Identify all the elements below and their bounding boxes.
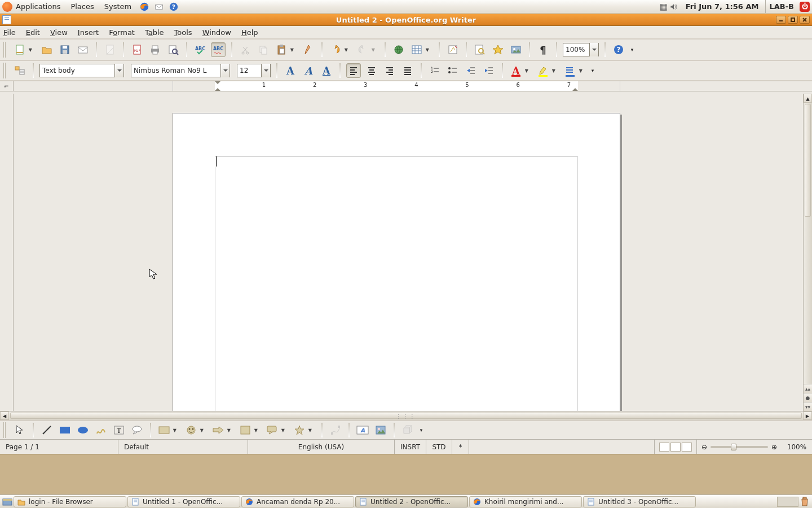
toolbar-overflow[interactable]: ▾ bbox=[590, 63, 595, 78]
single-page-view[interactable] bbox=[659, 443, 669, 452]
toolbar-grip[interactable] bbox=[3, 42, 7, 58]
font-color-button[interactable]: A▼ bbox=[509, 63, 523, 78]
decrease-indent-button[interactable] bbox=[464, 63, 478, 78]
next-page-nav[interactable]: ▾▾ bbox=[804, 402, 812, 411]
styles-button[interactable] bbox=[12, 63, 27, 78]
selection-mode[interactable]: STD bbox=[426, 440, 452, 454]
from-file-button[interactable] bbox=[373, 423, 388, 437]
help-launcher-icon[interactable]: ? bbox=[169, 2, 179, 12]
scroll-thumb-h[interactable]: ⋮⋮⋮ bbox=[10, 413, 802, 419]
highlight-button[interactable]: ▼ bbox=[536, 63, 550, 78]
align-left-button[interactable] bbox=[346, 63, 361, 78]
user-label[interactable]: LAB-B bbox=[765, 0, 797, 13]
zoom-combo[interactable]: 100% bbox=[563, 43, 599, 56]
menu-insert[interactable]: Insert bbox=[78, 28, 99, 37]
maximize-button[interactable] bbox=[788, 16, 798, 24]
new-button[interactable]: ▼ bbox=[12, 42, 27, 57]
fontwork-button[interactable]: A bbox=[355, 423, 370, 437]
callout-tool[interactable] bbox=[130, 423, 144, 437]
freeform-tool[interactable] bbox=[94, 423, 108, 437]
menu-applications[interactable]: Applications bbox=[16, 2, 60, 11]
line-tool[interactable] bbox=[39, 423, 54, 437]
toolbar-grip[interactable] bbox=[3, 63, 7, 78]
page-indicator[interactable]: Page 1 / 1 bbox=[0, 440, 118, 454]
autospellcheck-button[interactable]: ABC bbox=[211, 42, 226, 57]
extrusion-button[interactable] bbox=[400, 423, 415, 437]
nav-object[interactable]: ● bbox=[804, 393, 812, 402]
zoom-percent[interactable]: 100% bbox=[782, 440, 812, 454]
undo-button[interactable]: ▼ bbox=[328, 42, 343, 57]
network-icon[interactable]: ▦ bbox=[659, 2, 669, 12]
minimize-button[interactable] bbox=[776, 16, 786, 24]
copy-button[interactable] bbox=[256, 42, 271, 57]
hyperlink-button[interactable] bbox=[391, 42, 406, 57]
zoom-in-icon[interactable]: ⊕ bbox=[771, 443, 777, 451]
underline-button[interactable]: A bbox=[319, 63, 334, 78]
rectangle-tool[interactable] bbox=[58, 423, 72, 437]
ellipse-tool[interactable] bbox=[76, 423, 90, 437]
print-button[interactable] bbox=[148, 42, 162, 57]
bullets-button[interactable] bbox=[445, 63, 460, 78]
redo-button[interactable]: ▼ bbox=[355, 42, 370, 57]
numbering-button[interactable]: 12 bbox=[427, 63, 442, 78]
align-right-button[interactable] bbox=[382, 63, 397, 78]
document-canvas[interactable] bbox=[14, 94, 803, 411]
align-center-button[interactable] bbox=[364, 63, 379, 78]
workspace-switcher[interactable] bbox=[777, 497, 798, 507]
page[interactable] bbox=[173, 113, 620, 411]
taskbar-item[interactable]: Ancaman denda Rp 20... bbox=[241, 496, 354, 507]
menu-table[interactable]: Table bbox=[145, 28, 164, 37]
horizontal-ruler[interactable]: ⌐ 1 2 3 4 5 6 7 bbox=[0, 81, 812, 91]
taskbar-item[interactable]: Khoiril mengirimi and... bbox=[469, 496, 582, 507]
modified-indicator[interactable]: * bbox=[452, 440, 469, 454]
shutdown-icon[interactable]: ⏻ bbox=[800, 2, 810, 12]
taskbar-item[interactable]: login - File Browser bbox=[14, 496, 126, 507]
mail-button[interactable] bbox=[76, 42, 90, 57]
menu-help[interactable]: Help bbox=[241, 28, 258, 37]
open-button[interactable] bbox=[39, 42, 54, 57]
trash-icon[interactable] bbox=[800, 497, 810, 507]
menu-window[interactable]: Window bbox=[202, 28, 231, 37]
scroll-thumb-v[interactable] bbox=[805, 104, 811, 217]
window-titlebar[interactable]: Untitled 2 - OpenOffice.org Writer bbox=[0, 14, 812, 26]
text-tool[interactable]: T bbox=[112, 423, 126, 437]
nonprinting-button[interactable]: ¶ bbox=[536, 42, 550, 57]
page-style-indicator[interactable]: Default bbox=[118, 440, 248, 454]
menu-places[interactable]: Places bbox=[70, 2, 94, 11]
taskbar-item[interactable]: Untitled 3 - OpenOffic... bbox=[583, 496, 696, 507]
align-justify-button[interactable] bbox=[400, 63, 415, 78]
insert-mode[interactable]: INSRT bbox=[395, 440, 426, 454]
vertical-scrollbar[interactable]: ▴ ▴▴ ● ▾▾ bbox=[803, 94, 812, 411]
volume-icon[interactable] bbox=[669, 2, 679, 12]
callouts-button[interactable]: ▼ bbox=[265, 423, 280, 437]
edit-file-button[interactable] bbox=[103, 42, 117, 57]
menu-file[interactable]: File bbox=[3, 28, 16, 37]
export-pdf-button[interactable]: PDF bbox=[130, 42, 144, 57]
mail-launcher-icon[interactable] bbox=[154, 2, 164, 12]
basic-shapes-button[interactable]: ▼ bbox=[157, 423, 171, 437]
scroll-right-arrow[interactable]: ▸ bbox=[803, 411, 812, 420]
cut-button[interactable] bbox=[238, 42, 253, 57]
points-tool[interactable] bbox=[328, 423, 343, 437]
paragraph-style-combo[interactable]: Text body bbox=[39, 64, 124, 77]
zoom-slider[interactable]: ⊖ ⊕ bbox=[697, 440, 782, 454]
horizontal-scrollbar[interactable]: ◂ ⋮⋮⋮ ▸ bbox=[0, 411, 812, 420]
navigator-button[interactable] bbox=[491, 42, 505, 57]
scroll-left-arrow[interactable]: ◂ bbox=[0, 411, 9, 420]
italic-button[interactable]: A bbox=[301, 63, 316, 78]
help-button[interactable]: ? bbox=[611, 42, 626, 57]
scroll-up-arrow[interactable]: ▴ bbox=[804, 94, 812, 103]
table-button[interactable]: ▼ bbox=[409, 42, 424, 57]
toolbar-overflow[interactable]: ▾ bbox=[629, 42, 635, 57]
block-arrows-button[interactable]: ▼ bbox=[211, 423, 226, 437]
show-draw-button[interactable] bbox=[445, 42, 460, 57]
increase-indent-button[interactable] bbox=[482, 63, 496, 78]
preview-button[interactable] bbox=[166, 42, 180, 57]
flowchart-button[interactable]: ▼ bbox=[238, 423, 253, 437]
find-button[interactable] bbox=[473, 42, 487, 57]
language-indicator[interactable]: English (USA) bbox=[248, 440, 395, 454]
zoom-out-icon[interactable]: ⊖ bbox=[701, 443, 707, 451]
close-button[interactable] bbox=[800, 16, 810, 24]
prev-page-nav[interactable]: ▴▴ bbox=[804, 384, 812, 393]
text-frame[interactable] bbox=[215, 156, 578, 411]
